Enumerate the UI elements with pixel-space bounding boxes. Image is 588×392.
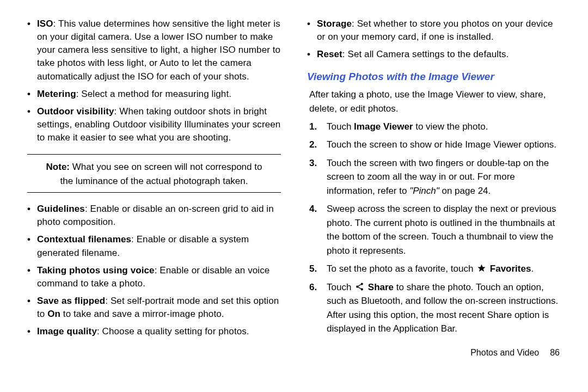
list-item: Contextual filenames: Enable or disable … xyxy=(27,233,281,259)
step-pre: Touch xyxy=(327,282,354,292)
term: Save as flipped xyxy=(37,296,105,306)
desc: : Set all Camera settings to the default… xyxy=(342,49,509,59)
footer-section: Photos and Video xyxy=(470,348,539,357)
section-heading: Viewing Photos with the Image Viewer xyxy=(307,70,561,84)
step-post: on page 24. xyxy=(439,186,491,196)
step-number: 6. xyxy=(309,280,317,295)
list-item: Taking photos using voice: Enable or dis… xyxy=(27,264,281,290)
svg-point-1 xyxy=(361,283,363,285)
step-pre: Touch xyxy=(327,121,354,132)
share-icon xyxy=(355,282,364,291)
settings-list-right: Storage: Set whether to store you photos… xyxy=(307,17,561,61)
intro-paragraph: After taking a photo, use the Image View… xyxy=(309,88,561,115)
list-item: Save as flipped: Set self-portrait mode … xyxy=(27,295,281,321)
star-icon xyxy=(477,264,486,273)
desc-post: to take and save a mirror-image photo. xyxy=(60,309,224,319)
left-column: ISO: This value determines how sensitive… xyxy=(27,17,281,359)
step-item: 5. To set the photo as a favorite, touch… xyxy=(309,262,561,276)
step-bold: Image Viewer xyxy=(354,121,413,132)
note-text: Note: What you see on screen will not co… xyxy=(44,160,265,188)
desc: : Choose a quality setting for photos. xyxy=(97,326,249,336)
term: Storage xyxy=(317,19,352,29)
step-item: 1. Touch Image Viewer to view the photo. xyxy=(309,120,561,134)
svg-marker-0 xyxy=(477,265,485,272)
list-item: Guidelines: Enable or disable an on-scre… xyxy=(27,203,281,229)
term: Contextual filenames xyxy=(37,234,131,244)
desc: : Select a method for measuring light. xyxy=(76,89,231,99)
step-item: 4. Sweep across the screen to display th… xyxy=(309,202,561,258)
right-column: Storage: Set whether to store you photos… xyxy=(307,17,561,359)
term: Image quality xyxy=(37,326,97,336)
svg-point-3 xyxy=(361,288,363,290)
step-text: Sweep across the screen to display the n… xyxy=(327,204,556,256)
desc-bold: On xyxy=(47,309,60,319)
step-item: 3. Touch the screen with two fingers or … xyxy=(309,156,561,198)
note-body: What you see on screen will not correspo… xyxy=(60,162,262,186)
step-number: 4. xyxy=(309,202,317,216)
list-item: Metering: Select a method for measuring … xyxy=(27,88,281,101)
svg-line-5 xyxy=(358,287,361,289)
step-post: . xyxy=(531,264,534,274)
note-box: Note: What you see on screen will not co… xyxy=(27,154,281,193)
note-label: Note: xyxy=(46,162,70,172)
term: Guidelines xyxy=(37,204,85,214)
step-number: 2. xyxy=(309,138,317,152)
footer-page-number: 86 xyxy=(550,348,560,357)
step-post: to view the photo. xyxy=(413,121,488,132)
term: Taking photos using voice xyxy=(37,265,155,275)
steps-list: 1. Touch Image Viewer to view the photo.… xyxy=(309,120,561,336)
step-item: 2. Touch the screen to show or hide Imag… xyxy=(309,138,561,152)
step-pre: To set the photo as a favorite, touch xyxy=(327,264,476,274)
term: ISO xyxy=(37,19,53,29)
step-number: 3. xyxy=(309,156,317,170)
step-bold: Share xyxy=(368,282,394,292)
term: Outdoor visibility xyxy=(37,106,114,117)
step-ital: "Pinch" xyxy=(409,186,439,196)
step-number: 5. xyxy=(309,262,317,276)
svg-line-4 xyxy=(358,284,361,286)
desc: : Set whether to store you photos on you… xyxy=(317,19,553,42)
step-number: 1. xyxy=(309,120,317,134)
settings-list-top: ISO: This value determines how sensitive… xyxy=(27,17,281,144)
step-item: 6. Touch Share to share the photo. Touch… xyxy=(309,280,561,336)
page-footer: Photos and Video86 xyxy=(307,347,561,359)
step-text: Touch the screen to show or hide Image V… xyxy=(327,139,556,150)
list-item: Outdoor visibility: When taking outdoor … xyxy=(27,105,281,144)
settings-list-mid: Guidelines: Enable or disable an on-scre… xyxy=(27,203,281,338)
page: ISO: This value determines how sensitive… xyxy=(0,0,588,364)
term: Reset xyxy=(317,49,342,59)
desc: : This value determines how sensitive th… xyxy=(37,19,280,82)
list-item: Image quality: Choose a quality setting … xyxy=(27,325,281,338)
list-item: ISO: This value determines how sensitive… xyxy=(27,17,281,83)
list-item: Reset: Set all Camera settings to the de… xyxy=(307,48,561,61)
svg-point-2 xyxy=(356,285,358,287)
term: Metering xyxy=(37,89,76,99)
step-bold: Favorites xyxy=(490,264,531,274)
list-item: Storage: Set whether to store you photos… xyxy=(307,17,561,44)
